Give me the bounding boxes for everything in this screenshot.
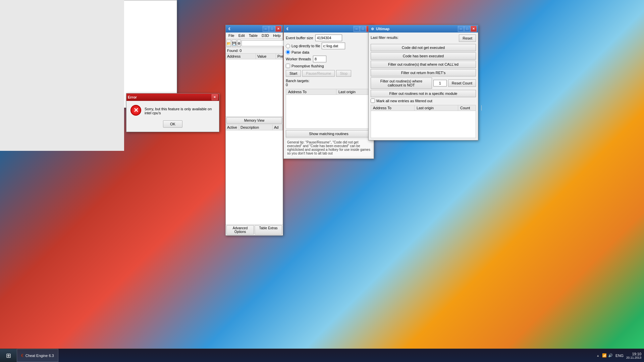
filter-panel-body: Last filter results: Reset Code did not … [369,33,478,140]
banch-section: Banch targets: 0 [286,79,372,87]
ce-lower-footer: Advanced Options Table Extras [226,224,283,235]
reset-btn[interactable]: Reset [459,35,476,42]
ce-maximize-btn[interactable]: □ [269,26,275,32]
ce-close-btn[interactable]: ✕ [275,26,281,32]
ce-minimize-btn[interactable]: ─ [263,26,269,32]
filter-header-address: Address To [371,105,415,111]
preemptive-label: Preemptive flushing [291,64,324,68]
mark-entries-row: Mark all new entries as filtered out [371,99,476,103]
ultimap-config-icon: € [285,26,290,31]
ultimap-titlebar[interactable]: ⚙ Ultimap ─ □ ✕ [369,25,478,33]
ult-results-table: Address To Last origin Count [286,89,372,129]
filter-header-origin: Last origin [415,105,458,111]
ult-table-header: Address To Last origin Count [286,89,371,95]
ult-minimize-btn[interactable]: ─ [354,26,360,32]
ce-table-body [226,59,283,116]
last-filter-label: Last filter results: [371,36,398,40]
start-icon: ⊞ [6,352,11,359]
error-close-btn[interactable]: ✕ [212,94,218,100]
filter-module-btn[interactable]: Filter out routines not in a specific mo… [371,90,476,97]
menu-help[interactable]: Help [271,33,283,38]
ce-taskbar-btn[interactable]: € Cheat Engine 6.3 [17,349,58,362]
ce-lower-header: Active Description Ad [226,125,283,130]
volume-icon: 🔊 [608,353,613,358]
error-title: Error [128,95,137,99]
filter-ret-btn[interactable]: Filter out return from RET's [371,69,476,76]
ce-search-input[interactable] [241,40,286,46]
error-icon: ✕ [130,105,141,116]
ce-toolbar: 📂 💾 ⚙ [226,39,283,48]
ce-table-header: Address Value Previous [226,54,283,59]
log-file-input[interactable] [322,43,345,49]
toolbar-save-btn[interactable]: 💾 [232,40,236,47]
code-not-executed-btn[interactable]: Code did not get executed [371,44,476,51]
filter-not-called-btn[interactable]: Filter out routine(s) that where not CAL… [371,61,476,68]
error-titlebar[interactable]: Error ✕ [126,94,219,101]
event-buffer-label: Event buffer size [286,36,313,40]
header-address: Address [226,54,256,59]
ult-header-address: Address To [286,89,336,95]
white-panel [0,0,177,108]
mark-entries-checkbox[interactable] [371,99,375,103]
show-matching-btn[interactable]: Show matching routines [286,130,372,137]
menu-file[interactable]: File [226,33,236,38]
event-buffer-input[interactable] [315,35,342,41]
log-directly-row: Log directly to file [286,43,372,49]
ce-main-controls: ─ □ ✕ [263,26,281,32]
banch-label: Banch targets: [286,79,372,83]
show-hidden-icons[interactable]: ▲ [596,354,599,357]
log-directly-radio[interactable] [286,44,290,48]
ok-btn[interactable]: OK [163,120,182,128]
memory-view-btn[interactable]: Memory View [226,117,282,124]
menu-table[interactable]: Table [247,33,260,38]
general-tip: General tip: "Pause/Resume", "Code did n… [286,139,372,157]
error-content: ✕ Sorry, but this feature is only availa… [130,105,215,116]
worker-threads-row: Worker threads [286,56,372,62]
error-message: Sorry, but this feature is only availabl… [145,105,215,115]
error-body: ✕ Sorry, but this feature is only availa… [126,101,219,132]
ce-lower-body [226,130,283,224]
start-button[interactable]: ⊞ [0,349,17,362]
menu-edit[interactable]: Edit [236,33,247,38]
stop-btn[interactable]: Stop [336,70,351,77]
ultimap-config-window: € ─ □ ✕ Event buffer size Log directly t… [283,25,374,159]
time-display: 19:10 [626,352,641,356]
ultimap-maximize-btn[interactable]: □ [464,26,470,32]
preemptive-checkbox[interactable] [286,64,290,68]
filter-results-table: Address To Last origin Count [371,105,476,138]
toolbar-open-btn[interactable]: 📂 [226,40,231,47]
ultimap-minimize-btn[interactable]: ─ [458,26,464,32]
filter-table-body [371,111,476,138]
ultimap-config-body: Event buffer size Log directly to file P… [284,33,374,159]
network-icon: 📶 [602,353,607,358]
ultimap-config-titlebar[interactable]: € ─ □ ✕ [284,25,374,33]
worker-threads-input[interactable] [313,56,326,62]
reset-count-btn[interactable]: Reset Count [448,79,476,87]
filter-callcount-btn[interactable]: Filter out routine(s) where callcount is… [371,77,432,89]
ultimap-close-btn[interactable]: ✕ [471,26,477,32]
ult-table-body [286,95,371,128]
parse-data-label: Parse data [291,50,309,54]
start-btn[interactable]: Start [286,70,301,77]
taskbar-tray: ▲ 📶 🔊 ENG 19:10 20.11.2013 [594,349,644,362]
parse-data-radio[interactable] [286,50,290,54]
pause-resume-btn[interactable]: Pause/Resume [302,70,335,77]
ultimap-icon: ⚙ [370,26,375,31]
toolbar-settings-btn[interactable]: ⚙ [237,40,241,47]
parse-data-row: Parse data [286,50,372,54]
ultimap-filter-panel: ⚙ Ultimap ─ □ ✕ Last filter results: Res… [368,25,478,140]
ce-main-titlebar[interactable]: € ─ □ ✕ [226,25,283,33]
menu-d3d[interactable]: D3D [260,33,271,38]
callcount-input[interactable] [433,80,447,86]
code-executed-btn[interactable]: Code has been executed [371,52,476,60]
banch-value: 0 [286,83,372,87]
ult-maximize-btn[interactable]: □ [360,26,366,32]
date-display: 20.11.2013 [626,356,641,359]
mark-entries-label: Mark all new entries as filtered out [376,99,432,103]
preemptive-row: Preemptive flushing [286,64,372,68]
table-extras-btn[interactable]: Table Extras [255,225,282,235]
ultimap-control-btns: Start Pause/Resume Stop [286,70,372,77]
ce-found-label: Found: 0 [226,48,283,54]
advanced-options-btn[interactable]: Advanced Options [226,225,254,235]
filter-header-row: Last filter results: Reset [371,35,476,42]
